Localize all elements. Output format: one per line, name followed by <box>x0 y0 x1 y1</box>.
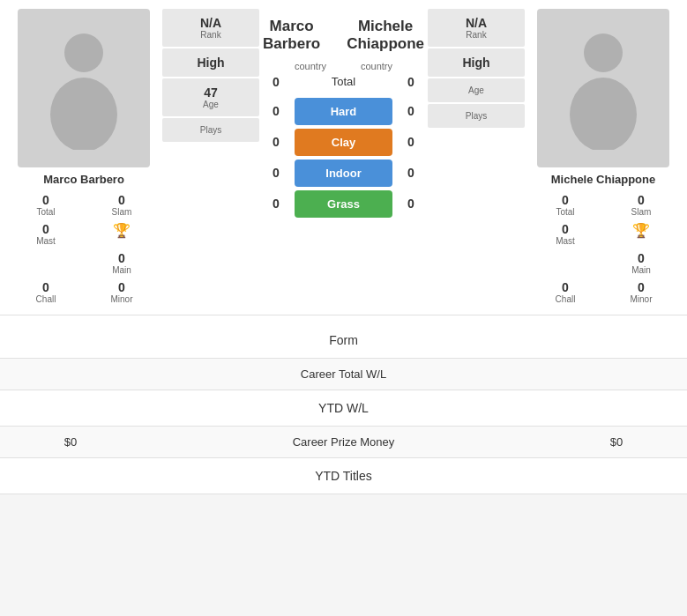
right-slam-cell: 0 Slam <box>604 191 678 219</box>
svg-point-3 <box>570 78 637 150</box>
right-mast-value: 0 <box>530 222 601 236</box>
right-total-label: Total <box>530 207 601 217</box>
country-row: country country <box>263 61 424 71</box>
center-left-name: Marco Barbero <box>263 18 320 54</box>
left-plays-cell: Plays <box>162 118 259 142</box>
right-rank-label: Rank <box>431 30 521 40</box>
right-high-value: High <box>431 56 521 70</box>
right-player-avatar <box>537 9 669 167</box>
center-right-name: Michele Chiappone <box>347 18 424 54</box>
stats-right-prize: $0 <box>564 435 669 449</box>
left-age-value: 47 <box>166 85 256 100</box>
right-total-value: 0 <box>530 193 601 207</box>
right-trophy-icon: 🏆 <box>632 223 650 238</box>
right-main-empty <box>528 249 602 277</box>
right-info-panel: N/A Rank High Age Plays <box>428 9 525 306</box>
left-trophy-icon: 🏆 <box>113 223 131 238</box>
right-rank-value: N/A <box>431 16 521 30</box>
surface-btn-hard[interactable]: Hard <box>295 98 392 125</box>
right-trophy-cell: 🏆 <box>604 220 678 248</box>
left-minor-label: Minor <box>86 294 157 304</box>
svg-point-2 <box>584 33 623 72</box>
surface-right-score-0: 0 <box>398 104 424 118</box>
svg-point-1 <box>50 78 117 150</box>
surface-left-score-0: 0 <box>263 104 289 118</box>
stats-row-ytd-titles: YTD Titles <box>0 458 687 494</box>
players-section: Marco Barbero 0 Total 0 Slam 0 Mast 🏆 <box>0 0 687 315</box>
left-player-name: Marco Barbero <box>43 173 124 186</box>
surface-row-grass: 0 Grass 0 <box>263 190 424 218</box>
total-left-score: 0 <box>263 75 289 89</box>
stats-row-career-wl: Career Total W/L <box>0 359 687 390</box>
right-chall-cell: 0 Chall <box>528 278 602 306</box>
stats-label-ytd-wl: YTD W/L <box>318 401 369 415</box>
stats-label-form: Form <box>329 333 358 347</box>
stats-center-career-wl: Career Total W/L <box>123 367 564 381</box>
left-slam-cell: 0 Slam <box>85 191 159 219</box>
surface-left-score-1: 0 <box>263 135 289 149</box>
left-high-cell: High <box>162 48 259 77</box>
left-player-card: Marco Barbero 0 Total 0 Slam 0 Mast 🏆 <box>9 9 159 306</box>
right-minor-cell: 0 Minor <box>604 278 678 306</box>
left-age-cell: 47 Age <box>162 78 259 116</box>
right-player-name: Michele Chiappone <box>551 173 655 186</box>
right-player-stats: 0 Total 0 Slam 0 Mast 🏆 0 Main <box>528 191 678 306</box>
surface-right-score-1: 0 <box>398 135 424 149</box>
left-country-flag: country <box>295 61 326 71</box>
right-main-label: Main <box>606 265 676 275</box>
right-mast-label: Mast <box>530 236 601 246</box>
total-label: Total <box>295 75 392 88</box>
left-avatar-silhouette-icon <box>40 26 128 150</box>
left-mast-cell: 0 Mast <box>9 220 83 248</box>
right-rank-cell: N/A Rank <box>428 9 525 47</box>
left-chall-value: 0 <box>11 280 81 294</box>
right-country-flag: country <box>361 61 392 71</box>
left-main-label: Main <box>86 265 157 275</box>
surface-right-score-2: 0 <box>398 166 424 180</box>
left-minor-cell: 0 Minor <box>85 278 159 306</box>
surface-rows: 0 Hard 0 0 Clay 0 0 Indoor 0 0 Grass 0 <box>263 98 424 218</box>
left-trophy-cell: 🏆 <box>85 220 159 248</box>
left-slam-value: 0 <box>86 193 157 207</box>
main-container: Marco Barbero 0 Total 0 Slam 0 Mast 🏆 <box>0 0 687 494</box>
left-minor-value: 0 <box>86 280 157 294</box>
right-minor-value: 0 <box>606 280 676 294</box>
left-total-cell: 0 Total <box>9 191 83 219</box>
stats-section: Form Career Total W/L YTD W/L $0 Career … <box>0 323 687 494</box>
center-column: Marco Barbero Michele Chiappone country … <box>263 9 424 306</box>
surface-right-score-3: 0 <box>398 197 424 211</box>
stats-left-prize: $0 <box>18 435 123 449</box>
right-chall-value: 0 <box>530 280 601 294</box>
stats-row-form: Form <box>0 323 687 359</box>
surface-left-score-3: 0 <box>263 197 289 211</box>
right-plays-label: Plays <box>431 111 521 121</box>
right-main-value: 0 <box>606 251 676 265</box>
surface-btn-indoor[interactable]: Indoor <box>295 160 392 187</box>
right-main-value-cell: 0 Main <box>604 249 678 277</box>
left-main-cell <box>9 249 83 277</box>
left-chall-label: Chall <box>11 294 81 304</box>
left-info-panel: N/A Rank High 47 Age Plays <box>162 9 259 306</box>
left-total-label: Total <box>11 207 81 217</box>
left-player-stats: 0 Total 0 Slam 0 Mast 🏆 0 <box>9 191 159 306</box>
stats-row-prize: $0 Career Prize Money $0 <box>0 427 687 458</box>
right-player-card: Michele Chiappone 0 Total 0 Slam 0 Mast … <box>528 9 678 306</box>
surface-row-hard: 0 Hard 0 <box>263 98 424 125</box>
left-mast-value: 0 <box>11 222 81 236</box>
center-names-row: Marco Barbero Michele Chiappone <box>263 18 424 54</box>
right-high-cell: High <box>428 48 525 77</box>
surface-btn-grass[interactable]: Grass <box>295 190 392 218</box>
surface-row-clay: 0 Clay 0 <box>263 129 424 156</box>
left-plays-label: Plays <box>166 125 256 135</box>
right-mast-cell: 0 Mast <box>528 220 602 248</box>
surface-btn-clay[interactable]: Clay <box>295 129 392 156</box>
total-right-score: 0 <box>398 75 424 89</box>
left-age-label: Age <box>166 100 256 109</box>
right-plays-cell: Plays <box>428 104 525 128</box>
left-total-value: 0 <box>11 193 81 207</box>
surface-row-indoor: 0 Indoor 0 <box>263 160 424 187</box>
stats-label-ytd-titles: YTD Titles <box>315 469 372 483</box>
left-main-value: 0 <box>86 251 157 265</box>
left-high-value: High <box>166 56 256 70</box>
right-slam-value: 0 <box>606 193 676 207</box>
